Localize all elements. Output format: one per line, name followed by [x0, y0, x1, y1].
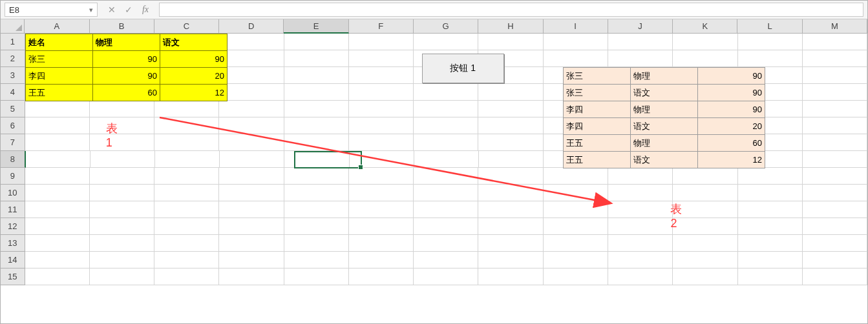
- cell-D1[interactable]: [219, 34, 284, 50]
- cell-A7[interactable]: [25, 134, 90, 151]
- cell-A11[interactable]: [25, 201, 90, 218]
- cell-M9[interactable]: [803, 168, 867, 185]
- table2-score-3[interactable]: 20: [697, 117, 765, 135]
- cell-H10[interactable]: [478, 185, 543, 201]
- table1-physics-1[interactable]: 90: [92, 67, 160, 85]
- row-header-4[interactable]: 4: [1, 84, 25, 101]
- row-header-7[interactable]: 7: [1, 134, 25, 151]
- selected-cell-E8[interactable]: [294, 151, 362, 168]
- cell-K2[interactable]: [673, 50, 737, 67]
- cell-I15[interactable]: [544, 268, 608, 285]
- cell-G7[interactable]: [414, 134, 478, 151]
- cell-D12[interactable]: [219, 218, 284, 235]
- cell-B8[interactable]: [90, 151, 155, 168]
- cell-H4[interactable]: [478, 84, 543, 101]
- cell-E11[interactable]: [284, 201, 349, 218]
- row-header-14[interactable]: 14: [1, 252, 25, 268]
- cell-D13[interactable]: [219, 235, 284, 252]
- cell-J14[interactable]: [608, 252, 673, 268]
- cell-D14[interactable]: [219, 252, 284, 268]
- row-header-5[interactable]: 5: [1, 101, 25, 117]
- cell-L11[interactable]: [738, 201, 803, 218]
- table2-score-4[interactable]: 60: [697, 134, 765, 152]
- cell-G6[interactable]: [414, 117, 478, 134]
- column-header-G[interactable]: G: [414, 19, 478, 34]
- cell-F15[interactable]: [349, 268, 414, 285]
- cell-J12[interactable]: [608, 218, 673, 235]
- cell-I14[interactable]: [544, 252, 608, 268]
- cell-C7[interactable]: [154, 134, 219, 151]
- cell-B11[interactable]: [90, 201, 154, 218]
- cell-B9[interactable]: [90, 168, 154, 185]
- cell-G5[interactable]: [414, 101, 478, 117]
- column-header-C[interactable]: C: [154, 19, 219, 34]
- cell-J11[interactable]: [608, 201, 673, 218]
- cell-A15[interactable]: [25, 268, 90, 285]
- name-box[interactable]: E8 ▾: [5, 3, 98, 17]
- cell-F10[interactable]: [349, 185, 414, 201]
- cell-H1[interactable]: [478, 34, 543, 50]
- cell-J2[interactable]: [608, 50, 673, 67]
- cell-H8[interactable]: [479, 151, 544, 168]
- column-header-A[interactable]: A: [25, 19, 89, 34]
- cell-F7[interactable]: [349, 134, 414, 151]
- cell-H5[interactable]: [478, 101, 543, 117]
- cancel-icon[interactable]: ✕: [103, 3, 120, 17]
- cell-E12[interactable]: [284, 218, 349, 235]
- cell-E5[interactable]: [284, 101, 349, 117]
- cell-C9[interactable]: [154, 168, 219, 185]
- cell-L10[interactable]: [738, 185, 803, 201]
- cell-A8[interactable]: [26, 151, 90, 168]
- cell-M2[interactable]: [803, 50, 867, 67]
- cell-E4[interactable]: [284, 84, 349, 101]
- cell-K10[interactable]: [673, 185, 737, 201]
- cell-M7[interactable]: [803, 134, 867, 151]
- cell-C12[interactable]: [154, 218, 219, 235]
- cell-G10[interactable]: [414, 185, 478, 201]
- cell-F2[interactable]: [349, 50, 414, 67]
- cell-K15[interactable]: [673, 268, 737, 285]
- table2-subject-3[interactable]: 语文: [630, 117, 698, 135]
- row-header-12[interactable]: 12: [1, 218, 25, 235]
- cell-M13[interactable]: [803, 235, 867, 252]
- column-header-L[interactable]: L: [737, 19, 802, 34]
- cell-K13[interactable]: [673, 235, 737, 252]
- cell-E10[interactable]: [284, 185, 349, 201]
- cell-C15[interactable]: [154, 268, 219, 285]
- cell-C5[interactable]: [154, 101, 219, 117]
- cell-D3[interactable]: [219, 67, 284, 84]
- cell-G9[interactable]: [414, 168, 478, 185]
- column-header-E[interactable]: E: [284, 19, 348, 34]
- cell-A14[interactable]: [25, 252, 90, 268]
- table2-name-0[interactable]: 张三: [563, 67, 631, 85]
- cell-D11[interactable]: [219, 201, 284, 218]
- cell-M8[interactable]: [803, 151, 867, 168]
- row-header-10[interactable]: 10: [1, 185, 25, 201]
- row-header-13[interactable]: 13: [1, 235, 25, 252]
- cell-H13[interactable]: [478, 235, 543, 252]
- cell-L14[interactable]: [738, 252, 803, 268]
- cell-I12[interactable]: [544, 218, 608, 235]
- cell-M11[interactable]: [803, 201, 867, 218]
- cell-B12[interactable]: [90, 218, 154, 235]
- cell-H12[interactable]: [478, 218, 543, 235]
- cell-B15[interactable]: [90, 268, 154, 285]
- cell-D9[interactable]: [219, 168, 284, 185]
- cell-G8[interactable]: [414, 151, 479, 168]
- table1-name-0[interactable]: 张三: [25, 50, 93, 68]
- cell-E3[interactable]: [284, 67, 349, 84]
- table2-subject-1[interactable]: 语文: [630, 84, 698, 101]
- table2-score-5[interactable]: 12: [697, 151, 765, 168]
- table1-name-1[interactable]: 李四: [25, 67, 93, 85]
- cell-G12[interactable]: [414, 218, 478, 235]
- column-header-K[interactable]: K: [673, 19, 737, 34]
- cell-C14[interactable]: [154, 252, 219, 268]
- cell-M1[interactable]: [803, 34, 867, 50]
- cell-F13[interactable]: [349, 235, 414, 252]
- row-header-6[interactable]: 6: [1, 117, 25, 134]
- cell-D7[interactable]: [219, 134, 284, 151]
- table2-subject-4[interactable]: 物理: [630, 134, 698, 152]
- cell-K12[interactable]: [673, 218, 737, 235]
- cell-C10[interactable]: [154, 185, 219, 201]
- cell-L13[interactable]: [738, 235, 803, 252]
